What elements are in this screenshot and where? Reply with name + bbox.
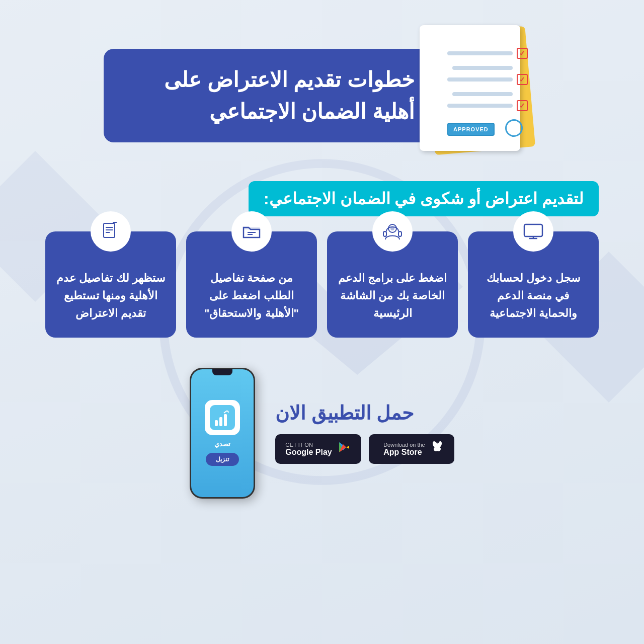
doc-check-2	[447, 74, 528, 85]
app-store-small: Download on the	[383, 442, 425, 448]
app-logo	[205, 400, 240, 435]
subtitle-text: لتقديم اعتراض أو شكوى في الضمان الاجتماع…	[264, 189, 584, 208]
check-line-1	[447, 51, 513, 55]
phone-notch	[212, 369, 232, 375]
svg-rect-17	[215, 420, 218, 426]
cards-section: ستظهر لك تفاصيل عدم الأهلية ومنها تستطيع…	[45, 231, 599, 338]
card-2-icon	[231, 211, 272, 252]
check-icon-2	[517, 74, 528, 85]
subtitle-section: لتقديم اعتراض أو شكوى في الضمان الاجتماع…	[45, 181, 599, 216]
app-store-button[interactable]: Download on the App Store	[369, 434, 454, 464]
top-section: APPROVED خطوات تقديم الاعتراض على أهلية …	[0, 0, 644, 161]
check-icon-1	[517, 48, 528, 59]
doc-check-3	[447, 100, 528, 111]
google-play-large: Google Play	[285, 448, 332, 457]
google-play-button[interactable]: GET IT ON Google Play	[275, 434, 361, 464]
phone-mockup: تصدي تنزيل	[190, 368, 255, 499]
svg-rect-16	[210, 405, 235, 430]
card-4-icon	[513, 211, 553, 252]
app-download-title: حمل التطبيق الان	[275, 402, 414, 424]
stamp-circle	[505, 119, 523, 137]
svg-rect-11	[383, 231, 386, 236]
google-play-small: GET IT ON	[285, 442, 332, 448]
apple-icon	[430, 440, 444, 458]
card-3-icon	[372, 211, 413, 252]
app-store-large: App Store	[383, 448, 425, 457]
store-buttons: Download on the App Store	[275, 434, 454, 464]
phone-screen: تصدي تنزيل	[191, 369, 254, 497]
svg-rect-18	[219, 417, 222, 426]
check-line-3	[447, 104, 513, 108]
doc-lines	[447, 48, 528, 118]
check-line-2	[447, 77, 513, 82]
app-download: حمل التطبيق الان Download on the App Sto…	[275, 402, 454, 464]
card-3: اضغط على برامج الدعم الخاصة بك من الشاشة…	[327, 231, 458, 338]
title-banner: خطوات تقديم الاعتراض على أهلية الضمان ال…	[104, 49, 445, 142]
doc-front: APPROVED	[420, 25, 520, 151]
svg-rect-13	[524, 224, 542, 236]
card-4-text: سجل دخول لحسابك في منصة الدعم والحماية ا…	[478, 269, 589, 323]
card-2-text: من صفحة تفاصيل الطلب اضغط على "الأهلية و…	[196, 269, 307, 323]
page-wrapper: APPROVED خطوات تقديم الاعتراض على أهلية …	[0, 0, 644, 644]
card-1: ستظهر لك تفاصيل عدم الأهلية ومنها تستطيع…	[45, 231, 176, 338]
doc-check-1	[447, 48, 528, 59]
svg-rect-12	[398, 231, 401, 236]
card-4: سجل دخول لحسابك في منصة الدعم والحماية ا…	[468, 231, 599, 338]
app-store-text: Download on the App Store	[383, 442, 425, 457]
card-3-text: اضغط على برامج الدعم الخاصة بك من الشاشة…	[337, 269, 448, 323]
google-play-icon	[337, 440, 351, 458]
card-1-text: ستظهر لك تفاصيل عدم الأهلية ومنها تستطيع…	[55, 269, 166, 323]
bottom-section: حمل التطبيق الان Download on the App Sto…	[45, 368, 599, 499]
card-2: من صفحة تفاصيل الطلب اضغط على "الأهلية و…	[186, 231, 317, 338]
page-title: خطوات تقديم الاعتراض على أهلية الضمان ال…	[164, 64, 415, 127]
google-play-text: GET IT ON Google Play	[285, 442, 332, 457]
check-icon-3	[517, 100, 528, 111]
card-1-icon	[91, 211, 131, 252]
approved-stamp: APPROVED	[447, 123, 495, 136]
subtitle-banner: لتقديم اعتراض أو شكوى في الضمان الاجتماع…	[249, 181, 599, 216]
doc-line-2	[452, 92, 513, 96]
document-illustration: APPROVED	[399, 20, 540, 161]
svg-rect-19	[224, 414, 227, 426]
doc-line-1	[452, 66, 513, 70]
phone-app-button: تنزيل	[206, 453, 239, 466]
